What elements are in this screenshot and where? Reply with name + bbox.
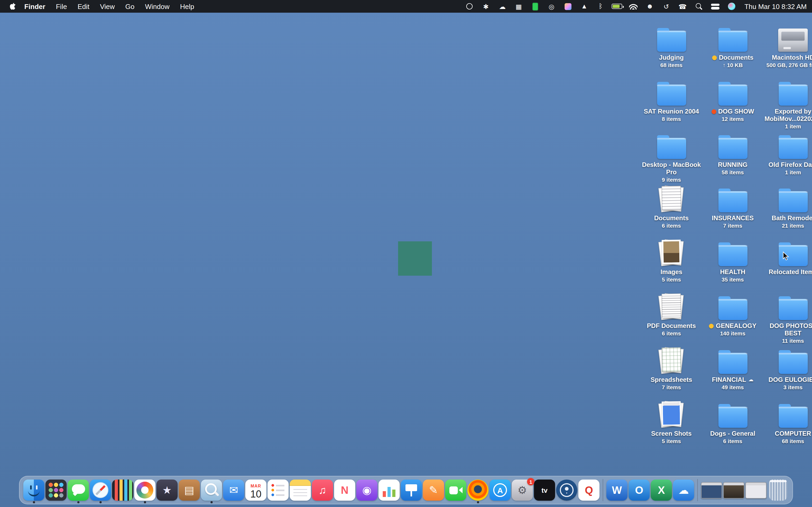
apple-menu[interactable]	[5, 2, 19, 10]
dock-contacts[interactable]: ▤	[179, 480, 200, 501]
dock-photo-booth[interactable]	[112, 480, 133, 501]
desktop-icon-dog-eulogies[interactable]: DOG EULOGIES3 items	[763, 344, 812, 390]
dock-calendar[interactable]: MAR10	[245, 480, 266, 501]
dock-quicken[interactable]: Q	[578, 480, 600, 501]
control-center-icon[interactable]	[709, 2, 721, 11]
desktop-icon-dogs-general[interactable]: Dogs - General6 items	[703, 398, 762, 444]
dock-safari[interactable]	[90, 480, 111, 501]
desktop-icon-computer[interactable]: COMPUTER68 items	[763, 398, 812, 444]
desktop-icon-old-firefox-data[interactable]: Old Firefox Data1 item	[763, 129, 812, 175]
dock-launchpad[interactable]	[45, 480, 67, 501]
dock-microsoft-excel[interactable]: X	[651, 480, 672, 501]
dock-minimized-window-2[interactable]	[723, 480, 744, 501]
dock-numbers[interactable]	[378, 480, 400, 501]
dock-preview[interactable]	[201, 480, 222, 501]
dock-minimized-window-3[interactable]	[745, 480, 767, 501]
power-menu-icon[interactable]: ◎	[546, 2, 557, 11]
desktop-icon-insurances[interactable]: INSURANCES7 items	[703, 183, 762, 229]
dock-photos[interactable]	[134, 480, 155, 501]
folder-icon	[778, 129, 808, 159]
siri-icon[interactable]	[726, 2, 738, 11]
bluetooth-icon[interactable]: ᛒ	[595, 2, 606, 11]
dock-app-store[interactable]: A	[490, 480, 511, 501]
hard-drive-icon	[778, 22, 808, 52]
dock-onepassword[interactable]	[556, 480, 577, 501]
tag-dot	[712, 55, 717, 60]
dock-podcasts[interactable]: ◉	[356, 480, 377, 501]
desktop-icon-judging[interactable]: Judging68 items	[642, 22, 701, 68]
icon-label-text: FINANCIAL	[712, 376, 746, 383]
desktop-icon-documents[interactable]: Documents↑ 10 KB	[703, 22, 762, 68]
desktop-icon-dog-show[interactable]: DOG SHOW12 items	[703, 76, 762, 122]
dock-finder[interactable]	[23, 480, 44, 501]
wifi-icon[interactable]	[627, 2, 639, 11]
menu-clock[interactable]: Thu Mar 10 8:32 AM	[744, 2, 807, 10]
dock-mail[interactable]: ✉	[223, 480, 244, 501]
dock-onedrive[interactable]: ☁	[673, 480, 694, 501]
icon-item-count: 5 items	[662, 276, 681, 283]
menu-file[interactable]: File	[50, 2, 72, 10]
dock-pages[interactable]: ✎	[423, 480, 444, 501]
dock-music[interactable]: ♫	[312, 480, 333, 501]
dock-system-preferences[interactable]: ⚙1	[512, 480, 533, 501]
menu-help[interactable]: Help	[175, 2, 200, 10]
desktop-icon-exported-by-mobimov-0220228[interactable]: Exported by MobiMov...02202281 item	[763, 76, 812, 130]
battery-icon[interactable]	[611, 2, 623, 11]
menu-bar-left: Finder FileEditViewGoWindowHelp	[5, 2, 200, 10]
dock-keynote[interactable]	[401, 480, 422, 501]
icon-item-count: 8 items	[662, 116, 681, 122]
desktop-icon-financial[interactable]: FINANCIAL☁49 items	[703, 344, 762, 390]
desktop-icon-images[interactable]: Images5 items	[642, 237, 701, 283]
desktop-icon-macintosh-hd[interactable]: Macintosh HD500 GB, 276 GB free	[763, 22, 812, 68]
user-switch-icon[interactable]: ☻	[644, 2, 656, 11]
icon-item-count: 6 items	[662, 330, 681, 336]
desktop-icon-health[interactable]: HEALTH35 items	[703, 237, 762, 283]
circle-app-icon[interactable]	[464, 2, 475, 11]
desktop-icon-bath-remodel[interactable]: Bath Remodel21 items	[763, 183, 812, 229]
dock-facetime[interactable]	[445, 480, 466, 501]
folder-icon	[778, 76, 808, 106]
dock-trash[interactable]	[768, 480, 789, 501]
menu-edit[interactable]: Edit	[72, 2, 95, 10]
desktop-icon-running[interactable]: RUNNING58 items	[703, 129, 762, 175]
menu-view[interactable]: View	[95, 2, 120, 10]
dock-microsoft-word[interactable]: W	[606, 480, 627, 501]
desktop-icon-genealogy[interactable]: GENEALOGY140 items	[703, 290, 762, 336]
menu-window[interactable]: Window	[140, 2, 175, 10]
menu-go[interactable]: Go	[120, 2, 140, 10]
time-machine-icon[interactable]: ↺	[660, 2, 672, 11]
dock-notes[interactable]	[290, 480, 311, 501]
cloud-sync-icon[interactable]: ☁	[496, 2, 508, 11]
active-app-name[interactable]: Finder	[19, 2, 50, 10]
desktop-icon-desktop-macbook-pro[interactable]: Desktop - MacBook Pro9 items	[642, 129, 701, 183]
phone-icon[interactable]: ☎	[677, 2, 688, 11]
utility-triangle-icon[interactable]: ▲	[578, 2, 590, 11]
colorsync-icon[interactable]	[562, 2, 573, 11]
dock-firefox[interactable]	[467, 480, 489, 501]
folder-icon	[778, 398, 808, 428]
dock-news[interactable]: N	[334, 480, 355, 501]
spotlight-icon[interactable]	[693, 2, 705, 11]
icon-item-count: 35 items	[722, 276, 744, 283]
dock-minimized-window-1[interactable]	[701, 480, 722, 501]
icon-label-text: DOG EULOGIES	[768, 376, 812, 383]
menu-bar-status-area: ✱☁▦◎▲ᛒ☻↺☎ Thu Mar 10 8:32 AM	[464, 2, 807, 11]
icon-label: SAT Reunion 2004	[644, 108, 699, 115]
apple-logo-icon	[9, 2, 15, 10]
dock-reminders[interactable]	[267, 480, 289, 501]
green-display-icon[interactable]	[529, 2, 541, 11]
dock-imovie[interactable]: ★	[156, 480, 177, 501]
dock-messages[interactable]	[68, 480, 89, 501]
pinwheel-app-icon[interactable]: ✱	[480, 2, 492, 11]
icon-item-count: 6 items	[723, 438, 742, 444]
dock-microsoft-outlook[interactable]: O	[628, 480, 650, 501]
running-indicator	[78, 501, 79, 503]
desktop-icon-screen-shots[interactable]: Screen Shots5 items	[642, 398, 701, 444]
desktop-icon-spreadsheets[interactable]: Spreadsheets7 items	[642, 344, 701, 390]
desktop-icon-documents[interactable]: Documents6 items	[642, 183, 701, 229]
dock-apple-tv[interactable]: tv	[534, 480, 555, 501]
desktop-icon-sat-reunion-2004[interactable]: SAT Reunion 20048 items	[642, 76, 701, 122]
stats-widget-icon[interactable]: ▦	[513, 2, 524, 11]
desktop-icon-dog-photos-best[interactable]: DOG PHOTOS - BEST11 items	[763, 290, 812, 344]
desktop-icon-pdf-documents[interactable]: PDF Documents6 items	[642, 290, 701, 336]
